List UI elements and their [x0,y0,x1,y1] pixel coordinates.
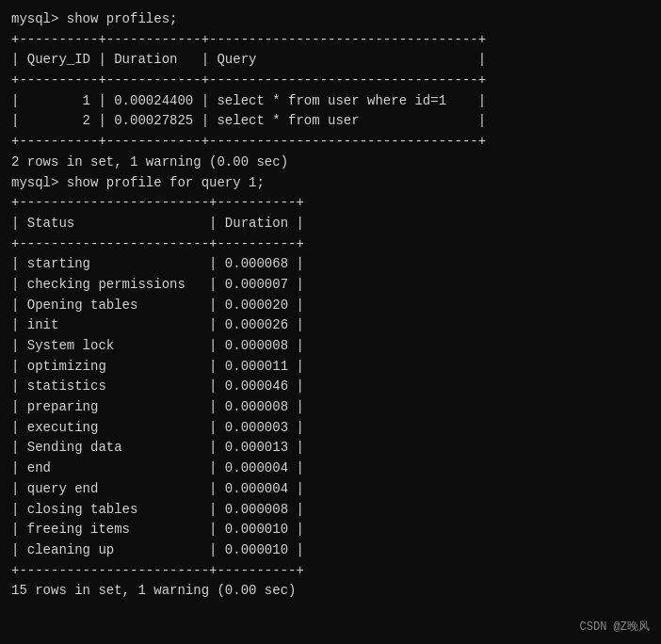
terminal-line: +------------------------+----------+ [11,193,650,214]
terminal-line: mysql> show profiles; [11,9,650,30]
terminal-line: +----------+------------+---------------… [11,71,650,91]
terminal-line: | end | 0.000004 | [11,459,650,479]
terminal-line: | optimizing | 0.000011 | [11,357,650,378]
terminal-line: | 2 | 0.00027825 | select * from user | [11,111,650,132]
terminal-line: mysql> show profile for query 1; [11,173,650,194]
terminal-output: mysql> show profiles;+----------+-------… [11,9,650,602]
watermark: CSDN @Z晚风 [580,619,650,635]
terminal-line: | Query_ID | Duration | Query | [11,50,650,71]
terminal-line: | closing tables | 0.000008 | [11,500,650,521]
terminal-line: +----------+------------+---------------… [11,30,650,51]
terminal-line: | freeing items | 0.000010 | [11,520,650,540]
terminal-line: | checking permissions | 0.000007 | [11,275,650,296]
terminal-line: | Opening tables | 0.000020 | [11,296,650,316]
terminal-line: | System lock | 0.000008 | [11,336,650,357]
terminal-line: | Status | Duration | [11,214,650,234]
terminal-line: | Sending data | 0.000013 | [11,438,650,459]
terminal-line: | preparing | 0.000008 | [11,397,650,418]
terminal-line: +----------+------------+---------------… [11,132,650,153]
terminal-line: 15 rows in set, 1 warning (0.00 sec) [11,581,650,602]
terminal-line: +------------------------+----------+ [11,234,650,255]
terminal-line: | executing | 0.000003 | [11,418,650,439]
terminal-line: 2 rows in set, 1 warning (0.00 sec) [11,153,650,173]
terminal-line: +------------------------+----------+ [11,561,650,582]
terminal-line: | cleaning up | 0.000010 | [11,540,650,561]
terminal-line: | query end | 0.000004 | [11,479,650,500]
terminal-line: | statistics | 0.000046 | [11,377,650,397]
terminal-line: | init | 0.000026 | [11,315,650,336]
terminal-line: | starting | 0.000068 | [11,254,650,275]
terminal-line: | 1 | 0.00024400 | select * from user wh… [11,91,650,112]
